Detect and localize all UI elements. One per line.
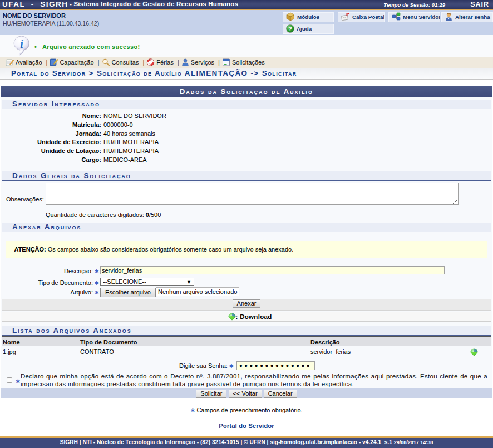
svg-text:?: ? [288, 26, 292, 32]
svg-text:i: i [20, 37, 23, 50]
